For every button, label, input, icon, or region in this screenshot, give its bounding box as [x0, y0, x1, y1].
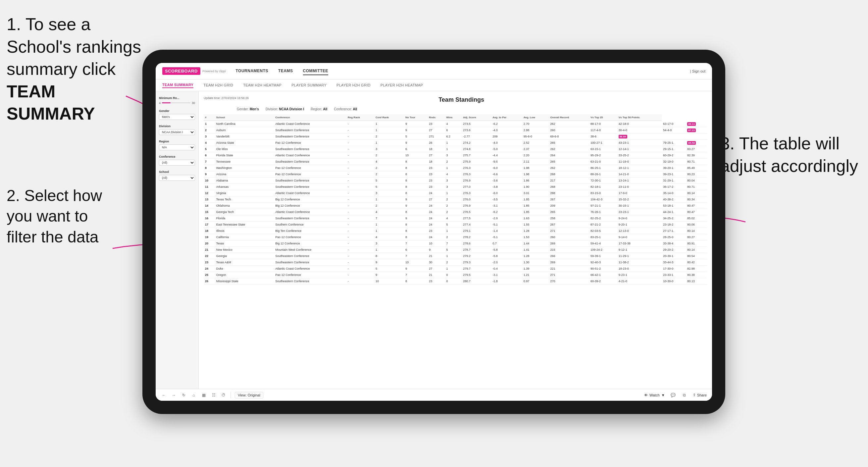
table-row[interactable]: 8WashingtonPac-12 Conference-28231276.3-…: [204, 165, 707, 171]
school-label: School: [159, 170, 195, 174]
table-row[interactable]: 21New MexicoMountain West Conference-169…: [204, 247, 707, 253]
conference-select[interactable]: (All): [159, 160, 195, 165]
bottom-toolbar: ← → ↻ ⌂ ▦ ☷ ⏱ View: Original 👁 Watch ▼ 💬…: [156, 389, 712, 401]
filter-minimum-rank: Minimum Ro... 4 30: [159, 96, 195, 105]
pill-region: Region: All: [311, 107, 327, 111]
table-row[interactable]: 5Ole MissSoutheastern Conference-3618127…: [204, 146, 707, 152]
reload-icon[interactable]: ↻: [181, 392, 187, 398]
logo-area: SCOREBOARD Powered by clippi: [162, 67, 225, 75]
sub-nav-team-h2h-heatmap[interactable]: TEAM H2H HEATMAP: [243, 83, 281, 88]
minimum-rank-slider[interactable]: [162, 102, 190, 103]
watch-button[interactable]: 👁 Watch ▼: [644, 393, 665, 397]
table-area: Update time: 27/03/2024 16:56:26 Team St…: [199, 91, 712, 389]
table-row[interactable]: 17East Tennessee StateSouthern Conferenc…: [204, 222, 707, 228]
table-row[interactable]: 24DukeAtlantic Coast Conference-59271279…: [204, 266, 707, 272]
division-select[interactable]: NCAA Division I NCAA Division II: [159, 129, 195, 135]
table-row[interactable]: 6Florida StateAtlantic Coast Conference-…: [204, 152, 707, 159]
table-row[interactable]: 19CaliforniaPac-12 Conference-48242278.2…: [204, 234, 707, 241]
table-row[interactable]: 20TexasBig 12 Conference-37107278.60.71.…: [204, 241, 707, 247]
col-overall: Overall Record: [549, 114, 589, 121]
col-vs-top50: Vs Top 50 Points: [617, 114, 662, 121]
table-row[interactable]: 11ArkansasSoutheastern Conference-582332…: [204, 184, 707, 190]
filter-division: Division NCAA Division I NCAA Division I…: [159, 125, 195, 135]
sub-nav-player-h2h-grid[interactable]: PLAYER H2H GRID: [337, 83, 371, 88]
update-time: Update time: 27/03/2024 16:56:26: [204, 96, 249, 100]
table-row[interactable]: 16FloridaSoutheastern Conference-7924427…: [204, 215, 707, 222]
table-head: # School Conference Reg Rank Conf Rank N…: [204, 114, 707, 121]
col-wins: Wins: [445, 114, 462, 121]
view-original-label: View: Original: [238, 393, 260, 397]
sign-out-button[interactable]: | Sign out: [690, 69, 705, 73]
sidebar-filters: Minimum Ro... 4 30 Gender Men's Women's: [156, 91, 199, 389]
col-avg-par: Avg. to Par: [491, 114, 522, 121]
division-label: Division: [159, 125, 195, 128]
table-row[interactable]: 26Mississippi StateSoutheastern Conferen…: [204, 278, 707, 284]
col-conf-rank: Conf Rank: [374, 114, 404, 121]
minimum-rank-range: 4 30: [159, 101, 195, 105]
table-row[interactable]: 23Texas A&MSoutheastern Conference-91030…: [204, 259, 707, 266]
sub-nav-team-h2h-grid[interactable]: TEAM H2H GRID: [203, 83, 233, 88]
table-title: Team Standings: [249, 96, 674, 103]
table-row[interactable]: 18IllinoisBig Ten Conference-18231279.1-…: [204, 228, 707, 234]
share-button[interactable]: ⇧ Share: [693, 393, 707, 397]
nav-links: TOURNAMENTS TEAMS COMMITTEE: [236, 67, 690, 75]
table-row[interactable]: 13Texas TechBig 12 Conference-19272276.0…: [204, 196, 707, 203]
filter-school: School (All): [159, 170, 195, 181]
table-row[interactable]: 7TennesseeSoutheastern Conference-481822…: [204, 159, 707, 165]
view-original-button[interactable]: View: Original: [235, 392, 263, 399]
home-icon[interactable]: ⌂: [191, 392, 197, 398]
data-table: # School Conference Reg Rank Conf Rank N…: [204, 114, 707, 284]
table-row[interactable]: 25OregonPac-12 Conference-97210279.5-3.1…: [204, 272, 707, 278]
table-row[interactable]: 15Georgia TechAtlantic Coast Conference-…: [204, 209, 707, 215]
pill-conference: Conference: All: [334, 107, 357, 111]
table-row[interactable]: 14OklahomaBig 12 Conference-29242276.9-3…: [204, 203, 707, 209]
back-icon[interactable]: ←: [161, 392, 167, 398]
table-row[interactable]: 22GeorgiaSoutheastern Conference-8721127…: [204, 253, 707, 259]
conference-label: Conference: [159, 155, 195, 158]
region-label: Region: [159, 140, 195, 143]
table-row[interactable]: 1North CarolinaAtlantic Coast Conference…: [204, 121, 707, 127]
school-select[interactable]: (All): [159, 175, 195, 181]
col-rank: #: [204, 114, 215, 121]
sub-nav-team-summary[interactable]: TEAM SUMMARY: [162, 82, 193, 88]
tablet-screen: SCOREBOARD Powered by clippi TOURNAMENTS…: [156, 63, 712, 401]
table-row[interactable]: 9ArizonaPac-12 Conference-28234276.3-6.6…: [204, 171, 707, 178]
comment-icon[interactable]: 💬: [670, 392, 676, 398]
instruction-3: 3. The table will adjust accordingly: [720, 132, 858, 177]
col-reg-rank: Reg Rank: [346, 114, 374, 121]
forward-icon[interactable]: →: [171, 392, 177, 398]
filter-region: Region N/A All: [159, 140, 195, 150]
col-avg-low: Avg. Low: [522, 114, 549, 121]
toolbar-separator: [230, 392, 231, 399]
gender-label: Gender: [159, 109, 195, 113]
region-select[interactable]: N/A All: [159, 145, 195, 150]
pill-gender: Gender: Men's: [237, 107, 259, 111]
gender-select[interactable]: Men's Women's: [159, 114, 195, 120]
tablet-frame: SCOREBOARD Powered by clippi TOURNAMENTS…: [143, 50, 725, 414]
col-conference: Conference: [274, 114, 346, 121]
table-row[interactable]: 4Arizona StatePac-12 Conference-19261274…: [204, 140, 707, 146]
nav-bar: SCOREBOARD Powered by clippi TOURNAMENTS…: [156, 63, 712, 80]
col-vs-top25: Vs Top 25: [589, 114, 617, 121]
filter-gender: Gender Men's Women's: [159, 109, 195, 120]
filter-conference: Conference (All): [159, 155, 195, 165]
nav-teams[interactable]: TEAMS: [278, 67, 293, 75]
table-row[interactable]: 10AlabamaSoutheastern Conference-5823327…: [204, 178, 707, 184]
table-row[interactable]: 2AuburnSoutheastern Conference-19276273.…: [204, 127, 707, 133]
sub-nav-player-h2h-heatmap[interactable]: PLAYER H2H HEATMAP: [380, 83, 423, 88]
pill-division: Division: NCAA Division I: [266, 107, 304, 111]
col-adj-score: Adj. Score: [462, 114, 491, 121]
table-row[interactable]: 12VirginiaAtlantic Coast Conference-3824…: [204, 190, 707, 196]
clock-icon[interactable]: ⏱: [221, 392, 226, 398]
col-rnds: Rnds: [428, 114, 445, 121]
filter-pills: Gender: Men's Division: NCAA Division I …: [204, 107, 707, 111]
table-row[interactable]: 3VanderbiltSoutheastern Conference-25271…: [204, 133, 707, 140]
logo: SCOREBOARD: [162, 67, 200, 75]
resize-icon[interactable]: ⧉: [682, 392, 687, 398]
toolbar-right: 👁 Watch ▼ 💬 ⧉ ⇧ Share: [644, 392, 707, 398]
grid-icon[interactable]: ☷: [211, 392, 217, 398]
nav-committee[interactable]: COMMITTEE: [303, 67, 329, 75]
nav-tournaments[interactable]: TOURNAMENTS: [236, 67, 268, 75]
copy-icon[interactable]: ▦: [201, 392, 207, 398]
sub-nav-player-summary[interactable]: PLAYER SUMMARY: [291, 83, 327, 88]
